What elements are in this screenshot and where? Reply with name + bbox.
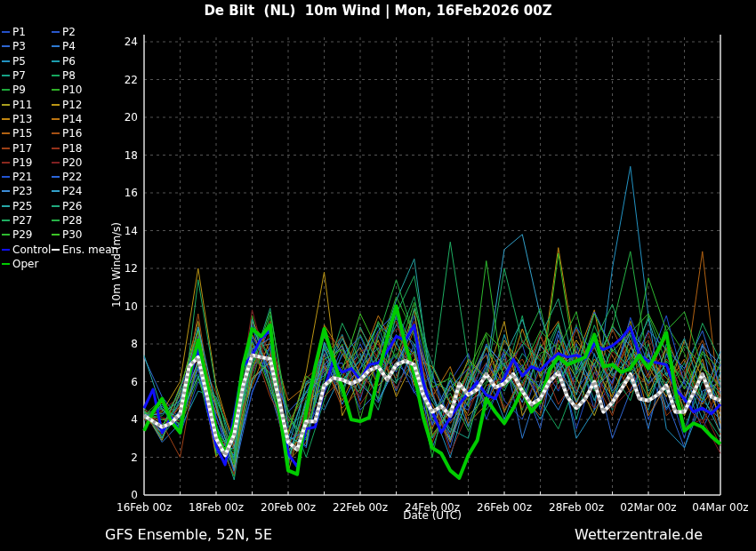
legend-item-p10: P10 (52, 83, 148, 97)
legend-color-swatch (52, 118, 60, 120)
legend-color-swatch (52, 148, 60, 149)
legend-label: P28 (62, 215, 83, 226)
legend-label: P18 (62, 143, 83, 154)
legend-color-swatch (52, 190, 60, 192)
legend-item-p6: P6 (52, 54, 148, 68)
legend-label: Control (12, 244, 51, 255)
legend-color-swatch (2, 220, 10, 221)
legend-label: P30 (62, 229, 83, 240)
legend-label: P19 (12, 157, 33, 168)
legend-label: P29 (12, 229, 33, 240)
legend-label: P10 (62, 84, 83, 95)
legend-item-p19: P19 (2, 156, 52, 170)
legend-item-control: Control (2, 242, 52, 256)
page-title: De Bilt (NL) 10m Wind | Mon, 16Feb2026 0… (0, 3, 756, 19)
legend-item-p1: P1 (2, 25, 52, 39)
legend-item-p11: P11 (2, 97, 52, 111)
legend-item-ens-mean: Ens. mean (52, 242, 148, 256)
legend-item-p29: P29 (2, 228, 52, 242)
legend-item-p3: P3 (2, 39, 52, 53)
legend-item-p17: P17 (2, 140, 52, 155)
legend-item-p16: P16 (52, 126, 148, 140)
legend-label: P22 (62, 172, 83, 182)
legend-color-swatch (52, 104, 60, 106)
legend-label: P8 (62, 70, 76, 81)
legend-item-p22: P22 (52, 170, 148, 184)
legend-label: P15 (12, 128, 33, 139)
legend-item-p26: P26 (52, 199, 148, 213)
legend-item-p14: P14 (52, 112, 148, 126)
legend-item-p23: P23 (2, 184, 52, 198)
legend-color-swatch (2, 118, 10, 120)
legend-color-swatch (2, 89, 10, 91)
legend-label: P9 (12, 84, 26, 95)
legend-color-swatch (52, 234, 60, 236)
legend-label: P16 (62, 128, 83, 139)
legend-color-swatch (2, 190, 10, 192)
legend-color-swatch (52, 31, 60, 33)
legend-label: P24 (62, 186, 83, 196)
legend-color-swatch (2, 162, 10, 164)
legend-label: P2 (62, 27, 76, 37)
legend-item-p28: P28 (52, 213, 148, 228)
legend-label: P20 (62, 157, 83, 168)
legend-label: P12 (62, 100, 83, 110)
legend-color-swatch (52, 60, 60, 62)
wetterzentrale-ensemble-page: { "footer": {"left": "GFS Ensemble, 52N,… (0, 0, 756, 551)
legend-item-oper: Oper (2, 257, 52, 271)
legend-label: P11 (12, 100, 33, 110)
legend-color-swatch (2, 176, 10, 178)
legend-item-p8: P8 (52, 68, 148, 83)
legend-item-p30: P30 (52, 228, 148, 242)
legend-item-p12: P12 (52, 97, 148, 111)
legend-item-p7: P7 (2, 68, 52, 83)
legend: P1P2P3P4P5P6P7P8P9P10P11P12P13P14P15P16P… (2, 25, 148, 271)
legend-item-p18: P18 (52, 140, 148, 155)
legend-label: P17 (12, 143, 33, 154)
legend-color-swatch (2, 205, 10, 207)
legend-color-swatch (52, 249, 60, 251)
legend-label: P4 (62, 41, 76, 52)
legend-color-swatch (52, 162, 60, 164)
footer-brand: Wetterzentrale.de (575, 526, 703, 543)
legend-label: P21 (12, 172, 33, 182)
legend-color-swatch (2, 75, 10, 76)
legend-label: P7 (12, 70, 26, 81)
legend-color-swatch (52, 220, 60, 221)
legend-item-p5: P5 (2, 54, 52, 68)
legend-label: P14 (62, 114, 83, 124)
legend-item-p25: P25 (2, 199, 52, 213)
legend-item-p27: P27 (2, 213, 52, 228)
legend-label: P27 (12, 215, 33, 226)
legend-color-swatch (2, 263, 10, 265)
legend-label: Oper (12, 259, 38, 269)
legend-label: P13 (12, 114, 33, 124)
legend-item-p24: P24 (52, 184, 148, 198)
legend-color-swatch (2, 249, 10, 251)
legend-item-p20: P20 (52, 156, 148, 170)
legend-color-swatch (52, 132, 60, 134)
legend-label: P23 (12, 186, 33, 196)
legend-color-swatch (2, 132, 10, 134)
legend-color-swatch (2, 234, 10, 236)
legend-color-swatch (2, 60, 10, 62)
legend-color-swatch (2, 45, 10, 47)
footer-model-info: GFS Ensemble, 52N, 5E (105, 526, 272, 543)
legend-item-p9: P9 (2, 83, 52, 97)
legend-item-p15: P15 (2, 126, 52, 140)
legend-item-p2: P2 (52, 25, 148, 39)
legend-color-swatch (52, 89, 60, 91)
legend-color-swatch (2, 104, 10, 106)
legend-item-p4: P4 (52, 39, 148, 53)
legend-color-swatch (52, 75, 60, 76)
legend-item-p21: P21 (2, 170, 52, 184)
y-axis-label: 10m Wind (m/s) (110, 186, 123, 344)
legend-color-swatch (2, 31, 10, 33)
legend-color-swatch (2, 148, 10, 149)
legend-label: P5 (12, 56, 26, 67)
legend-item-p13: P13 (2, 112, 52, 126)
legend-label: P6 (62, 56, 76, 67)
legend-label: P25 (12, 201, 33, 212)
legend-label: P26 (62, 201, 83, 212)
legend-color-swatch (52, 45, 60, 47)
